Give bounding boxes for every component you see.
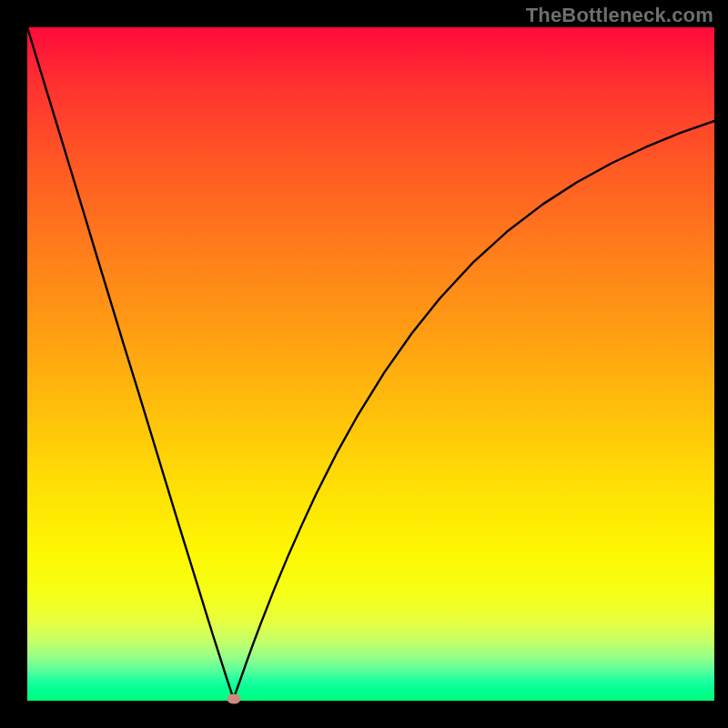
chart-frame: TheBottleneck.com [0,0,728,728]
plot-area [27,27,714,701]
bottleneck-curve [27,27,714,699]
curve-svg [27,27,714,701]
watermark-text: TheBottleneck.com [526,4,713,27]
